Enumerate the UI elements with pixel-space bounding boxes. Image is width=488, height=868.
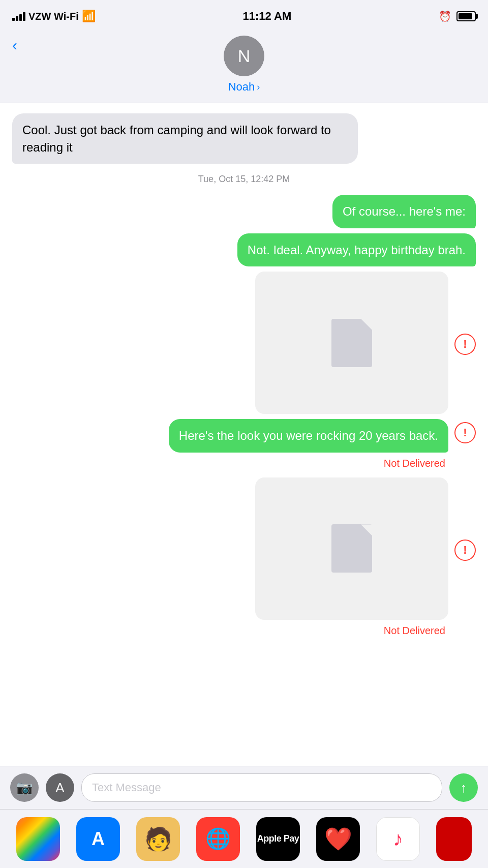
message-row: Here's the look you were rocking 20 year…: [12, 419, 476, 453]
dock-partial-icon[interactable]: [436, 817, 472, 861]
status-bar: VZW Wi-Fi 📶 11:12 AM ⏰: [0, 0, 488, 31]
sent-bubble: Of course... here's me:: [332, 195, 476, 228]
dock-health-icon[interactable]: ❤️: [316, 817, 360, 861]
contact-avatar: N: [224, 36, 264, 76]
messages-area: Cool. Just got back from camping and wil…: [0, 103, 488, 713]
timestamp: Tue, Oct 15, 12:42 PM: [12, 174, 476, 185]
signal-icon: [12, 12, 25, 21]
input-bar: 📷 A Text Message ↑: [0, 766, 488, 809]
message-row: Cool. Just got back from camping and wil…: [12, 113, 476, 164]
chevron-right-icon: ›: [257, 82, 260, 93]
dock-browser-icon[interactable]: 🌐: [196, 817, 240, 861]
error-icon[interactable]: !: [454, 422, 476, 443]
dock-music-icon[interactable]: ♪: [376, 817, 420, 861]
received-bubble: Cool. Just got back from camping and wil…: [12, 113, 358, 164]
status-right: ⏰: [439, 10, 476, 22]
sent-image-row: !: [12, 477, 476, 620]
doc-icon: [331, 524, 372, 573]
dock-memoji-icon[interactable]: 🧑: [136, 817, 180, 861]
appstore-button[interactable]: A: [46, 773, 74, 802]
wifi-icon: 📶: [82, 10, 96, 23]
dock-photos-icon[interactable]: [16, 817, 60, 861]
alarm-icon: ⏰: [439, 10, 451, 22]
doc-icon: [331, 319, 372, 367]
text-input-field[interactable]: Text Message: [81, 773, 442, 802]
dock-applepay-icon[interactable]: Apple Pay: [256, 817, 300, 861]
message-row: Not. Ideal. Anyway, happy birthday brah.: [12, 233, 476, 267]
bottom-dock: A 🧑 🌐 Apple Pay ❤️ ♪: [0, 809, 488, 868]
not-delivered-label: Not Delivered: [12, 458, 476, 469]
send-icon: ↑: [461, 780, 467, 796]
text-input-placeholder: Text Message: [92, 781, 161, 794]
sent-bubble: Not. Ideal. Anyway, happy birthday brah.: [237, 233, 476, 267]
send-button[interactable]: ↑: [449, 773, 478, 802]
error-icon[interactable]: !: [454, 540, 476, 561]
status-left: VZW Wi-Fi 📶: [12, 10, 96, 23]
contact-name[interactable]: Noah ›: [228, 80, 260, 94]
image-placeholder: [255, 477, 448, 620]
time-label: 11:12 AM: [242, 10, 291, 23]
battery-icon: [456, 11, 476, 21]
error-icon[interactable]: !: [454, 334, 476, 355]
not-delivered-label: Not Delivered: [12, 625, 476, 637]
carrier-label: VZW Wi-Fi: [28, 11, 79, 22]
message-row: Of course... here's me:: [12, 195, 476, 228]
camera-button[interactable]: 📷: [10, 773, 39, 802]
nav-header: ‹ N Noah ›: [0, 31, 488, 103]
sent-bubble: Here's the look you were rocking 20 year…: [169, 419, 448, 453]
image-placeholder: [255, 272, 448, 414]
dock-appstore-icon[interactable]: A: [76, 817, 120, 861]
appstore-icon: A: [55, 780, 64, 796]
back-button[interactable]: ‹: [12, 37, 17, 54]
sent-image-row: !: [12, 272, 476, 414]
camera-icon: 📷: [16, 780, 33, 796]
